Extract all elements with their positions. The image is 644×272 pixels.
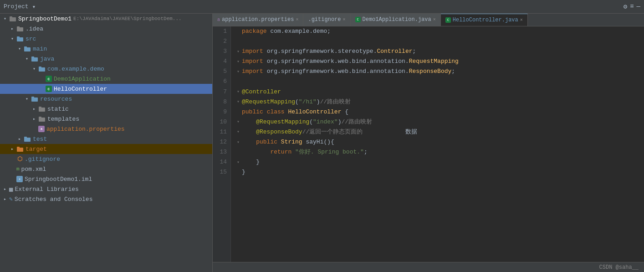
arrow-com-example-demo	[33, 66, 38, 72]
line-num-1: 1	[216, 26, 227, 36]
top-bar-icons: ⚙ ≡ —	[624, 3, 640, 10]
tree-item-java[interactable]: java	[0, 54, 212, 64]
code-line-8: ▾ @RequestMapping("/hi")//路由映射	[235, 97, 640, 107]
fold-12[interactable]: ▾	[235, 139, 242, 146]
tab-close-hellocontroller[interactable]: ×	[520, 18, 523, 23]
root-folder-icon	[9, 16, 16, 21]
settings-icon[interactable]: ⚙	[624, 3, 627, 10]
code-line-14: ▾ }	[235, 157, 640, 167]
demo1application-icon: C	[46, 76, 52, 82]
properties-icon: a	[38, 126, 45, 132]
tree-item-springbootdemo1[interactable]: SpringbootDemo1 E:\JAVAdaima\JAVAEE\Spri…	[0, 14, 212, 24]
project-label[interactable]: Project ▾	[4, 3, 36, 10]
code-line-3: ▾ import org.springframework.stereotype.…	[235, 46, 640, 56]
fold-1[interactable]	[235, 28, 242, 35]
test-folder-icon	[24, 136, 31, 142]
line-num-2: 2	[216, 36, 227, 46]
arrow-idea	[11, 26, 16, 31]
tree-item-resources[interactable]: resources	[0, 94, 212, 104]
line-num-4: 4	[216, 56, 227, 67]
tree-label-external-libraries: External Libraries	[15, 186, 78, 193]
fold-7[interactable]: ▾	[235, 88, 242, 96]
svg-rect-19	[24, 137, 27, 139]
svg-rect-21	[17, 147, 20, 149]
tree-item-templates[interactable]: templates	[0, 114, 212, 124]
fold-4[interactable]: ▾	[235, 58, 242, 65]
tree-item-idea[interactable]: .idea	[0, 24, 212, 34]
arrow-templates	[33, 116, 38, 122]
tab-label-demo1application: Demo1Application.java	[363, 16, 431, 23]
gitignore-icon: ⬡	[16, 156, 23, 162]
line-num-12: 12	[216, 137, 227, 147]
tab-gitignore[interactable]: .gitignore ×	[303, 14, 350, 26]
package-folder-icon	[38, 66, 46, 72]
tree-item-scratches[interactable]: ✎ Scratches and Consoles	[0, 194, 212, 204]
tree-label-templates: templates	[47, 116, 79, 123]
fold-5[interactable]: ▾	[235, 68, 242, 75]
code-text-6	[242, 77, 245, 87]
svg-rect-1	[10, 16, 12, 18]
tree-item-src[interactable]: src	[0, 34, 212, 44]
resources-folder-icon	[31, 96, 38, 102]
fold-14[interactable]: ▾	[235, 159, 242, 166]
code-text-3: import org.springframework.stereotype.Co…	[242, 46, 416, 56]
project-arrow: ▾	[32, 3, 36, 10]
arrow-resources	[26, 96, 31, 102]
code-text-8: @RequestMapping("/hi")//路由映射	[242, 97, 351, 107]
code-text-15: }	[242, 167, 245, 177]
tab-demo1application[interactable]: C Demo1Application.java ×	[351, 14, 441, 26]
menu-icon[interactable]: ≡	[630, 3, 634, 10]
line-num-7: 7	[216, 87, 227, 97]
arrow-external-libraries	[4, 186, 9, 192]
idea-folder-icon	[16, 26, 24, 31]
fold-10[interactable]: ▾	[235, 118, 242, 126]
tabs-bar: a application.properties × .gitignore × …	[213, 14, 644, 26]
fold-15	[235, 169, 242, 176]
tree-item-hellocontroller[interactable]: C HelloController	[0, 84, 212, 94]
line-num-10: 10	[216, 117, 227, 127]
code-text-7: @Controller	[242, 87, 281, 97]
tree-item-target[interactable]: target	[0, 144, 212, 154]
scratch-icon: ✎	[9, 195, 13, 203]
tree-item-iml[interactable]: ✦ SpringbootDemo1.iml	[0, 174, 212, 184]
code-line-1: package com.example.demo;	[235, 26, 640, 36]
tree-label-scratches: Scratches and Consoles	[15, 196, 93, 203]
tree-item-external-libraries[interactable]: ▦ External Libraries	[0, 184, 212, 194]
code-line-15: }	[235, 167, 640, 177]
tab-application-properties[interactable]: a application.properties ×	[213, 14, 303, 26]
fold-2	[235, 38, 242, 45]
code-text-14: }	[242, 157, 260, 167]
tree-label-main: main	[33, 46, 47, 52]
tree-item-gitignore[interactable]: ⬡ .gitignore	[0, 154, 212, 164]
fold-3[interactable]: ▾	[235, 48, 242, 55]
tree-item-pom-xml[interactable]: m pom.xml	[0, 164, 212, 174]
tree-label-gitignore: .gitignore	[25, 156, 60, 163]
library-icon: ▦	[9, 185, 13, 193]
tree-label-src: src	[26, 36, 36, 42]
tree-item-main[interactable]: main	[0, 44, 212, 54]
tab-close-demo1application[interactable]: ×	[433, 17, 436, 22]
fold-11[interactable]: ▾	[235, 128, 242, 136]
code-text-1: package com.example.demo;	[242, 26, 331, 36]
minimize-icon[interactable]: —	[637, 3, 640, 10]
code-content[interactable]: package com.example.demo; ▾ import org.s…	[231, 26, 644, 262]
sidebar: SpringbootDemo1 E:\JAVAdaima\JAVAEE\Spri…	[0, 14, 213, 272]
svg-rect-17	[39, 117, 41, 118]
code-text-4: import org.springframework.web.bind.anno…	[242, 56, 459, 67]
line-num-6: 6	[216, 77, 227, 87]
tab-icon-app-props: a	[217, 17, 220, 22]
tree-item-application-properties[interactable]: a application.properties	[0, 124, 212, 134]
tree-item-static[interactable]: static	[0, 104, 212, 114]
tab-close-app-props[interactable]: ×	[296, 17, 298, 22]
tree-item-com-example-demo[interactable]: com.example.demo	[0, 64, 212, 74]
tree-label-springbootdemo1: SpringbootDemo1	[18, 15, 72, 22]
tab-hellocontroller[interactable]: C HelloController.java ×	[441, 14, 528, 26]
tree-item-demo1application[interactable]: C Demo1Application	[0, 74, 212, 84]
tab-close-gitignore[interactable]: ×	[342, 17, 345, 22]
line-num-15: 15	[216, 167, 227, 177]
watermark-text: CSDN @saha__	[599, 264, 639, 271]
code-text-12: public String sayHi(){	[242, 137, 334, 147]
tree-item-test[interactable]: test	[0, 134, 212, 144]
fold-8[interactable]: ▾	[235, 98, 242, 106]
iml-icon: ✦	[16, 176, 23, 182]
